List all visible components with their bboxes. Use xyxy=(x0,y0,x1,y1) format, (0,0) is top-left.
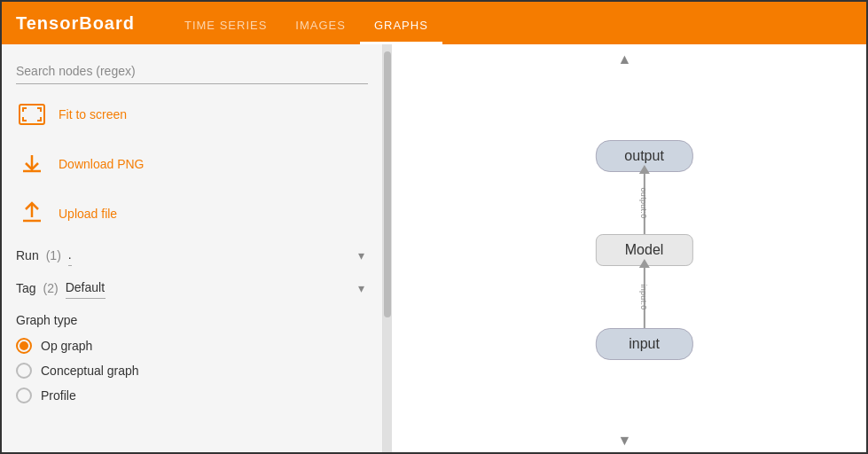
tag-select-wrapper: Default xyxy=(66,277,368,299)
edge-label-bottom: input:0 xyxy=(640,284,649,309)
run-select-wrapper: . xyxy=(68,244,368,266)
upload-file-label: Upload file xyxy=(59,207,117,221)
scrollbar-track xyxy=(383,44,392,454)
run-label: Run xyxy=(16,248,39,262)
run-row: Run (1) . xyxy=(16,244,368,266)
run-count: (1) xyxy=(46,248,61,262)
radio-conceptual-graph-button[interactable] xyxy=(16,363,32,379)
arrow-input-to-model: input:0 xyxy=(644,266,645,328)
radio-profile-button[interactable] xyxy=(16,387,32,403)
fit-to-screen-label: Fit to screen xyxy=(59,107,127,121)
radio-op-graph-button[interactable] xyxy=(16,338,32,354)
arrowhead-bottom xyxy=(639,259,650,268)
nav-tabs: TIME SERIES IMAGES GRAPHS xyxy=(170,2,442,44)
tab-time-series[interactable]: TIME SERIES xyxy=(170,19,281,44)
node-model-label: Model xyxy=(625,242,664,257)
download-png-button[interactable]: Download PNG xyxy=(16,145,368,184)
upload-icon xyxy=(16,198,48,230)
graph-canvas[interactable]: ▲ output output:0 Model xyxy=(383,44,866,454)
tab-images[interactable]: IMAGES xyxy=(281,19,360,44)
node-input-label: input xyxy=(629,336,660,351)
scroll-down-arrow[interactable]: ▼ xyxy=(618,433,632,449)
download-png-label: Download PNG xyxy=(59,157,145,171)
radio-op-graph-label: Op graph xyxy=(41,339,92,353)
search-input[interactable] xyxy=(16,59,368,84)
header: TensorBoard TIME SERIES IMAGES GRAPHS xyxy=(2,2,866,44)
arrow-output-to-model: output:0 xyxy=(644,172,645,234)
edge-label-top: output:0 xyxy=(640,188,649,219)
tag-row: Tag (2) Default xyxy=(16,277,368,299)
radio-profile-label: Profile xyxy=(41,388,76,403)
radio-profile[interactable]: Profile xyxy=(16,387,368,403)
graph-diagram: output output:0 Model input:0 xyxy=(595,140,692,360)
sidebar: Fit to screen Download PNG xyxy=(2,44,383,454)
tag-select[interactable]: Default xyxy=(66,277,106,299)
graph-type-radio-group: Op graph Conceptual graph Profile xyxy=(16,338,368,403)
fit-to-screen-icon xyxy=(16,98,48,130)
radio-op-graph[interactable]: Op graph xyxy=(16,338,368,354)
tag-label: Tag xyxy=(16,281,36,295)
main-layout: Fit to screen Download PNG xyxy=(2,44,866,454)
graph-type-label: Graph type xyxy=(16,313,368,327)
scrollbar-thumb xyxy=(384,51,391,317)
tag-count: (2) xyxy=(43,281,59,295)
fit-to-screen-button[interactable]: Fit to screen xyxy=(16,95,368,134)
run-select[interactable]: . xyxy=(68,244,72,266)
scroll-up-arrow[interactable]: ▲ xyxy=(618,51,632,67)
radio-op-graph-indicator xyxy=(20,341,28,350)
download-icon xyxy=(16,148,48,180)
node-output-label: output xyxy=(624,148,663,163)
upload-file-button[interactable]: Upload file xyxy=(16,194,368,233)
arrowhead-top xyxy=(639,165,650,174)
node-input[interactable]: input xyxy=(596,328,693,360)
tab-graphs[interactable]: GRAPHS xyxy=(360,19,442,44)
radio-conceptual-graph-label: Conceptual graph xyxy=(41,364,139,378)
radio-conceptual-graph[interactable]: Conceptual graph xyxy=(16,363,368,379)
logo: TensorBoard xyxy=(16,13,135,34)
